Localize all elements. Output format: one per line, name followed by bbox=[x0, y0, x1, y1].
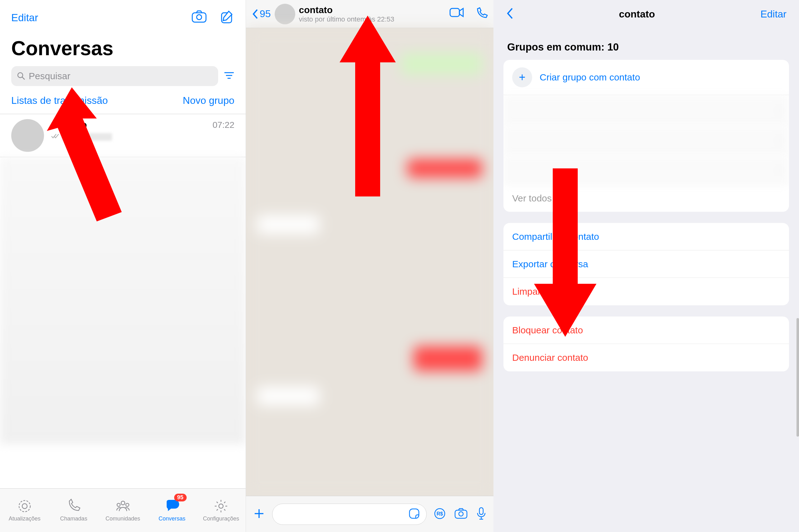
camera-input-icon[interactable] bbox=[454, 508, 468, 521]
voice-call-icon[interactable] bbox=[475, 7, 488, 21]
chat-panel: 95 contato visto por último ontem às 22:… bbox=[246, 0, 493, 532]
actions-card-1: Compartilhar contato Exportar conversa L… bbox=[504, 223, 789, 305]
phone-icon bbox=[66, 499, 81, 514]
search-icon bbox=[17, 72, 25, 80]
svg-text:R$: R$ bbox=[437, 511, 443, 516]
chat-row[interactable]: contato 07:22 bbox=[0, 114, 246, 157]
message-input[interactable] bbox=[272, 504, 426, 525]
svg-rect-15 bbox=[450, 8, 459, 17]
attach-icon[interactable] bbox=[253, 507, 265, 521]
chat-body: contato 07:22 bbox=[51, 119, 234, 141]
chat-name: contato bbox=[51, 119, 87, 131]
svg-point-9 bbox=[22, 504, 27, 509]
share-label: Compartilhar contato bbox=[512, 231, 599, 242]
compose-icon[interactable] bbox=[220, 10, 234, 25]
edit-button[interactable]: Editar bbox=[760, 8, 786, 20]
conversas-panel: Editar Conversas Pesquisar Listas de tra… bbox=[0, 0, 246, 532]
gear-icon bbox=[214, 499, 229, 514]
blurred-messages bbox=[246, 28, 493, 496]
chevron-left-icon bbox=[506, 7, 513, 20]
tab-calls[interactable]: Chamadas bbox=[49, 489, 98, 532]
contact-info-panel: contato Editar Grupos em comum: 10 + Cri… bbox=[493, 0, 799, 532]
group-item-blurred[interactable]: › bbox=[504, 125, 789, 155]
tab-label: Comunidades bbox=[106, 515, 140, 522]
block-contact-row[interactable]: Bloquear contato bbox=[504, 317, 789, 344]
header-actions bbox=[449, 7, 488, 21]
updates-icon bbox=[17, 499, 32, 514]
tab-label: Conversas bbox=[159, 515, 185, 522]
back-button[interactable]: 95 bbox=[252, 8, 271, 20]
search-input[interactable]: Pesquisar bbox=[11, 66, 218, 86]
group-item-blurred[interactable]: › bbox=[504, 95, 789, 125]
read-receipt-icon bbox=[51, 133, 60, 141]
export-chat-row[interactable]: Exportar conversa bbox=[504, 250, 789, 278]
chat-header: 95 contato visto por último ontem às 22:… bbox=[246, 0, 493, 28]
contact-name: contato bbox=[299, 5, 446, 15]
new-group-link[interactable]: Novo grupo bbox=[183, 95, 234, 106]
chat-body bbox=[246, 28, 493, 496]
tab-chats[interactable]: 95 Conversas bbox=[147, 489, 196, 532]
blurred-chat-list bbox=[0, 157, 246, 444]
top-icons bbox=[191, 10, 234, 25]
groups-card: + Criar grupo com contato › › › Ver todo… bbox=[504, 60, 789, 212]
search-placeholder: Pesquisar bbox=[29, 71, 70, 81]
camera-icon[interactable] bbox=[191, 10, 207, 25]
svg-point-12 bbox=[126, 503, 129, 507]
group-item-blurred[interactable]: › bbox=[504, 155, 789, 185]
tab-label: Atualizações bbox=[9, 515, 40, 522]
tab-communities[interactable]: Comunidades bbox=[98, 489, 147, 532]
report-label: Denunciar contato bbox=[512, 353, 588, 363]
actions-card-2: Bloquear contato Denunciar contato bbox=[504, 317, 789, 372]
svg-point-8 bbox=[19, 500, 30, 512]
share-contact-row[interactable]: Compartilhar contato bbox=[504, 223, 789, 250]
mic-icon[interactable] bbox=[476, 507, 487, 522]
last-seen: visto por último ontem às 22:53 bbox=[299, 15, 446, 23]
svg-line-4 bbox=[22, 77, 25, 79]
links-row: Listas de transmissão Novo grupo bbox=[0, 86, 246, 114]
groups-section-title: Grupos em comum: 10 bbox=[493, 28, 799, 60]
see-all-row[interactable]: Ver todos bbox=[504, 185, 789, 212]
svg-point-3 bbox=[18, 73, 23, 78]
input-actions: R$ bbox=[434, 507, 487, 522]
chat-time: 07:22 bbox=[213, 120, 234, 130]
report-contact-row[interactable]: Denunciar contato bbox=[504, 344, 789, 372]
payment-icon[interactable]: R$ bbox=[434, 507, 446, 521]
edit-button[interactable]: Editar bbox=[11, 12, 38, 24]
svg-point-13 bbox=[219, 504, 223, 508]
scrollbar[interactable] bbox=[797, 318, 799, 437]
tab-label: Configurações bbox=[203, 515, 239, 522]
svg-rect-23 bbox=[479, 508, 483, 515]
svg-point-10 bbox=[121, 501, 125, 505]
info-title: contato bbox=[619, 8, 655, 20]
tab-updates[interactable]: Atualizações bbox=[0, 489, 49, 532]
filter-icon[interactable] bbox=[224, 71, 234, 81]
info-header: contato Editar bbox=[493, 0, 799, 28]
svg-point-22 bbox=[459, 512, 463, 516]
video-call-icon[interactable] bbox=[449, 7, 464, 21]
avatar bbox=[11, 119, 44, 152]
broadcast-link[interactable]: Listas de transmissão bbox=[11, 95, 108, 106]
back-button[interactable] bbox=[506, 7, 513, 21]
clear-chat-row[interactable]: Limpar conversa bbox=[504, 278, 789, 305]
sticker-icon[interactable] bbox=[408, 508, 420, 521]
plus-icon: + bbox=[512, 68, 532, 87]
svg-point-1 bbox=[197, 15, 202, 20]
search-row: Pesquisar bbox=[0, 66, 246, 86]
communities-icon bbox=[115, 499, 131, 514]
chat-preview-blurred bbox=[62, 133, 112, 141]
top-bar: Editar bbox=[0, 0, 246, 29]
tab-settings[interactable]: Configurações bbox=[197, 489, 246, 532]
block-label: Bloquear contato bbox=[512, 325, 583, 336]
tab-bar: Atualizações Chamadas Comunidades 95 Con… bbox=[0, 488, 246, 532]
page-title: Conversas bbox=[0, 29, 246, 66]
svg-point-11 bbox=[117, 503, 120, 507]
see-all-label: Ver todos bbox=[512, 193, 552, 203]
create-group-row[interactable]: + Criar grupo com contato bbox=[504, 60, 789, 95]
back-count: 95 bbox=[260, 8, 271, 20]
clear-label: Limpar conversa bbox=[512, 286, 581, 297]
svg-rect-18 bbox=[410, 509, 419, 518]
chat-header-title[interactable]: contato visto por último ontem às 22:53 bbox=[299, 5, 446, 23]
export-label: Exportar conversa bbox=[512, 259, 588, 269]
chat-avatar[interactable] bbox=[275, 4, 295, 24]
tab-label: Chamadas bbox=[60, 515, 87, 522]
